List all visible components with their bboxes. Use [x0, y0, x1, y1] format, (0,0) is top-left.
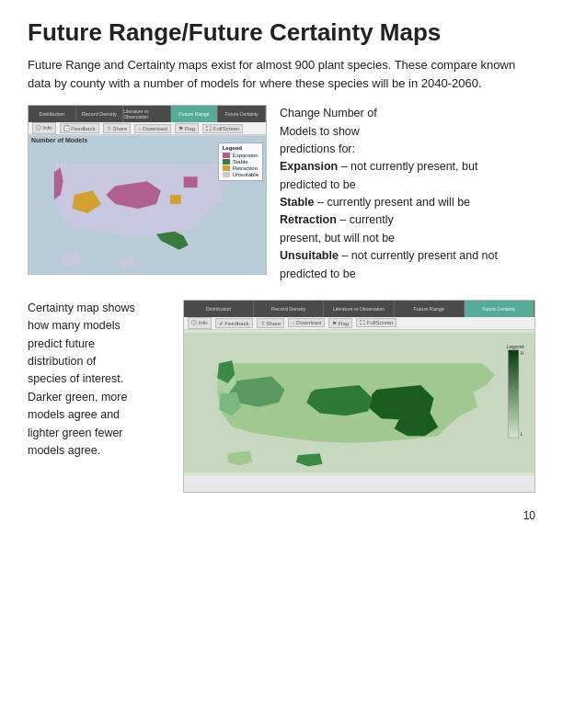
- toolbar-feedback-b[interactable]: ✔ Feedback: [215, 318, 253, 328]
- legend-unsuitable-color: [223, 172, 230, 177]
- svg-text:Legend: Legend: [507, 344, 524, 349]
- toolbar-feedback[interactable]: 💬 Feedback: [60, 123, 99, 133]
- map-body-bottom: Legend H L: [184, 330, 534, 475]
- retraction-currently-label: Retraction – currently: [280, 213, 394, 226]
- us-map-svg-bottom: Legend H L: [184, 330, 534, 475]
- toolbar-flag-b[interactable]: ⚑ Flag: [328, 318, 352, 328]
- legend-retraction-color: [223, 165, 230, 171]
- expansion-label: Expansion: [280, 160, 338, 173]
- toolbar-fullscreen-b[interactable]: ⛶ FullScreen: [356, 318, 396, 327]
- legend-retraction-label: Retraction: [233, 165, 258, 171]
- legend-title: Legend: [223, 145, 259, 151]
- svg-rect-7: [170, 195, 181, 204]
- certainty-line2: how many models: [28, 319, 121, 332]
- tab-future-certainty[interactable]: Future Certainty: [218, 106, 266, 122]
- tab-distribution[interactable]: Distribution: [29, 106, 76, 122]
- intro-paragraph: Future Range and Certainty maps exist fo…: [28, 56, 535, 92]
- models-to-show-label: Models to show: [280, 125, 360, 138]
- change-number-label: Change Number of: [280, 107, 377, 119]
- stable-label: Stable: [280, 196, 315, 209]
- legend-unsuitable: Unsuitable: [223, 172, 259, 177]
- page-number: 10: [28, 509, 535, 522]
- tab-record-b[interactable]: Record Density: [254, 301, 324, 317]
- legend-expansion-label: Expansion: [233, 153, 259, 158]
- distribution-of: distribution of: [28, 355, 96, 368]
- fewer-models-agree: models agree.: [28, 444, 100, 457]
- tab-future-range-b[interactable]: Future Range: [395, 301, 465, 317]
- tab-dist-b[interactable]: Distribution: [184, 301, 254, 317]
- toolbar-fullscreen[interactable]: ⛶ FullScreen: [202, 124, 243, 133]
- section-top: Distribution Record Density Literature v…: [28, 105, 535, 283]
- tab-future-range[interactable]: Future Range: [171, 106, 219, 122]
- certainty-line1: Certainty map shows: [28, 301, 135, 314]
- toolbar-flag[interactable]: ⚑ Flag: [175, 123, 199, 133]
- tab-future-certainty-b[interactable]: Future Certainty: [465, 301, 534, 317]
- legend-expansion-color: [223, 153, 230, 158]
- tab-lit-b[interactable]: Literature vs Observation: [324, 301, 394, 317]
- stable-desc: – currently present and will be: [315, 196, 471, 209]
- map-legend-top: Legend Expansion Stable Retraction: [218, 142, 263, 181]
- map-image-top: Distribution Record Density Literature v…: [28, 105, 267, 275]
- toolbar-download-b[interactable]: ↓ Download: [288, 318, 324, 327]
- toolbar-share-b[interactable]: ⇧ Share: [257, 318, 285, 328]
- svg-rect-21: [508, 350, 518, 438]
- tab-lit-obs[interactable]: Literature vs Observation: [123, 106, 171, 122]
- certainty-description: Certainty map shows how many models pred…: [28, 300, 170, 493]
- legend-unsuitable-label: Unsuitable: [233, 172, 259, 177]
- map-tabs-bottom: Distribution Record Density Literature v…: [184, 301, 534, 317]
- present-but-will-not-be: present, but will not be: [280, 232, 395, 245]
- toolbar-info-b[interactable]: ⓘ Info: [188, 317, 212, 329]
- legend-expansion: Expansion: [223, 153, 259, 158]
- expansion-desc: – not currently present, but: [338, 160, 477, 173]
- models-agree: models agree and: [28, 408, 120, 421]
- section-bottom: Certainty map shows how many models pred…: [28, 300, 535, 493]
- map-toolbar-top: ⓘ Info 💬 Feedback ⇧ Share ↓ Download ⚑ F…: [29, 122, 266, 135]
- map-container-bottom: Distribution Record Density Literature v…: [183, 300, 535, 493]
- tab-record-density[interactable]: Record Density: [76, 106, 124, 122]
- map-tabs-top: Distribution Record Density Literature v…: [29, 106, 266, 122]
- map-image-bottom: Distribution Record Density Literature v…: [183, 300, 535, 493]
- side-description: Change Number of Models to show predicti…: [280, 105, 535, 283]
- unsuitable-label: Unsuitable: [280, 249, 339, 262]
- map-toolbar-bottom: ⓘ Info ✔ Feedback ⇧ Share ↓ Download ⚑ F…: [184, 317, 534, 330]
- svg-rect-6: [184, 176, 198, 188]
- toolbar-download[interactable]: ↓ Download: [134, 124, 170, 133]
- legend-stable: Stable: [223, 159, 259, 165]
- legend-stable-label: Stable: [233, 159, 248, 165]
- legend-retraction: Retraction: [223, 165, 259, 171]
- predictions-for-label: predictions for:: [280, 142, 355, 155]
- svg-text:H: H: [521, 351, 524, 356]
- certainty-line3: predict future: [28, 337, 95, 350]
- map-number-label: Number of Models: [31, 137, 87, 143]
- svg-text:L: L: [521, 432, 523, 437]
- map-container-top: Distribution Record Density Literature v…: [28, 105, 267, 283]
- toolbar-info[interactable]: ⓘ Info: [32, 122, 56, 134]
- map-body-top: Number of Models: [29, 135, 266, 275]
- page-title: Future Range/Future Certainty Maps: [28, 18, 535, 47]
- lighter-green: lighter green fewer: [28, 427, 123, 439]
- predicted-to-be: predicted to be: [280, 178, 356, 191]
- legend-stable-color: [223, 159, 230, 165]
- darker-green: Darker green, more: [28, 391, 127, 404]
- toolbar-share[interactable]: ⇧ Share: [103, 123, 132, 133]
- species-of-interest: species of interest.: [28, 372, 123, 385]
